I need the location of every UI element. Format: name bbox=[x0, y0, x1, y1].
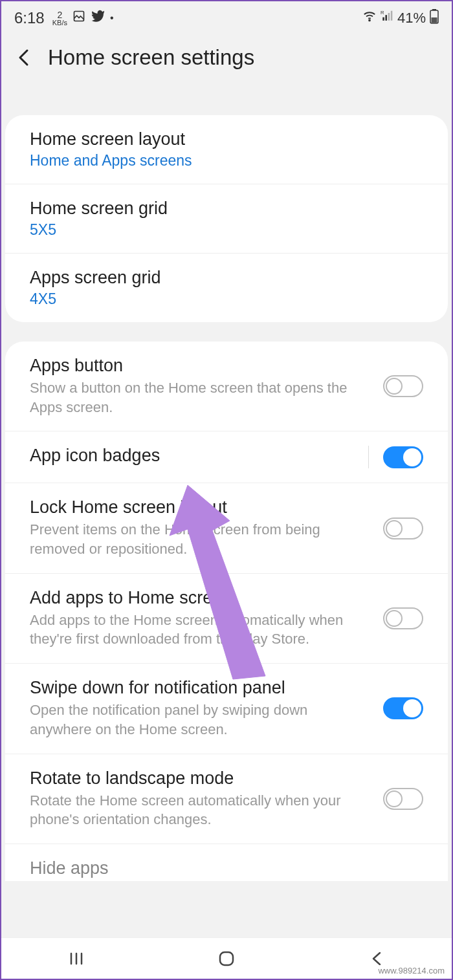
dot-icon: • bbox=[110, 12, 114, 24]
image-icon bbox=[72, 10, 85, 27]
add-apps-toggle[interactable] bbox=[383, 607, 423, 629]
row-title: Home screen layout bbox=[30, 129, 410, 149]
app-icon-badges-row[interactable]: App icon badges bbox=[5, 431, 448, 483]
swipe-notif-row[interactable]: Swipe down for notification panel Open t… bbox=[5, 664, 448, 754]
svg-rect-9 bbox=[220, 952, 233, 965]
status-right: R 41% bbox=[362, 8, 439, 28]
layout-settings-card: Home screen layout Home and Apps screens… bbox=[5, 115, 448, 322]
row-value: 4X5 bbox=[30, 290, 410, 308]
row-value: 5X5 bbox=[30, 221, 410, 239]
battery-icon bbox=[430, 8, 439, 28]
row-title: Add apps to Home screen bbox=[30, 588, 370, 608]
row-desc: Open the notification panel by swiping d… bbox=[30, 701, 370, 739]
apps-button-row[interactable]: Apps button Show a button on the Home sc… bbox=[5, 342, 448, 431]
wifi-icon bbox=[362, 9, 377, 27]
row-desc: Show a button on the Home screen that op… bbox=[30, 378, 370, 417]
status-bar: 6:18 2 KB/s • R 41% bbox=[1, 1, 452, 32]
add-apps-row[interactable]: Add apps to Home screen Add apps to the … bbox=[5, 574, 448, 664]
row-desc: Prevent items on the Home screen from be… bbox=[30, 520, 370, 558]
clock: 6:18 bbox=[14, 9, 45, 27]
apps-screen-grid-row[interactable]: Apps screen grid 4X5 bbox=[5, 254, 448, 322]
rotate-row[interactable]: Rotate to landscape mode Rotate the Home… bbox=[5, 754, 448, 844]
recents-button[interactable] bbox=[67, 949, 86, 968]
network-rate: 2 KB/s bbox=[52, 10, 67, 27]
lock-home-layout-row[interactable]: Lock Home screen layout Prevent items on… bbox=[5, 483, 448, 573]
row-desc: Rotate the Home screen automatically whe… bbox=[30, 791, 370, 829]
row-title: Apps button bbox=[30, 356, 370, 376]
svg-rect-4 bbox=[432, 9, 436, 10]
rotate-toggle[interactable] bbox=[383, 788, 423, 810]
home-screen-grid-row[interactable]: Home screen grid 5X5 bbox=[5, 184, 448, 254]
row-title: Lock Home screen layout bbox=[30, 497, 370, 517]
options-card: Apps button Show a button on the Home sc… bbox=[5, 342, 448, 881]
row-title: Apps screen grid bbox=[30, 268, 410, 288]
row-title: Rotate to landscape mode bbox=[30, 768, 370, 789]
settings-header: Home screen settings bbox=[1, 32, 452, 115]
battery-percent: 41% bbox=[397, 10, 426, 27]
svg-text:R: R bbox=[381, 10, 384, 16]
svg-rect-5 bbox=[432, 17, 437, 23]
status-left: 6:18 2 KB/s • bbox=[14, 9, 114, 27]
hide-apps-row[interactable]: Hide apps bbox=[5, 844, 448, 878]
lock-home-layout-toggle[interactable] bbox=[383, 517, 423, 539]
row-title: Hide apps bbox=[30, 858, 423, 878]
home-button[interactable] bbox=[217, 949, 236, 968]
watermark: www.989214.com bbox=[376, 965, 447, 976]
row-title: App icon badges bbox=[30, 446, 354, 466]
page-title: Home screen settings bbox=[48, 45, 254, 70]
apps-button-toggle[interactable] bbox=[383, 375, 423, 397]
row-value: Home and Apps screens bbox=[30, 152, 410, 169]
twitter-icon bbox=[91, 9, 105, 27]
row-desc: Add apps to the Home screen automaticall… bbox=[30, 611, 370, 649]
app-icon-badges-toggle[interactable] bbox=[383, 446, 423, 468]
back-button[interactable] bbox=[14, 48, 34, 67]
svg-point-1 bbox=[369, 20, 370, 21]
row-title: Swipe down for notification panel bbox=[30, 678, 370, 698]
row-title: Home screen grid bbox=[30, 199, 410, 219]
swipe-notif-toggle[interactable] bbox=[383, 697, 423, 719]
home-screen-layout-row[interactable]: Home screen layout Home and Apps screens bbox=[5, 115, 448, 184]
signal-icon: R bbox=[381, 10, 393, 27]
